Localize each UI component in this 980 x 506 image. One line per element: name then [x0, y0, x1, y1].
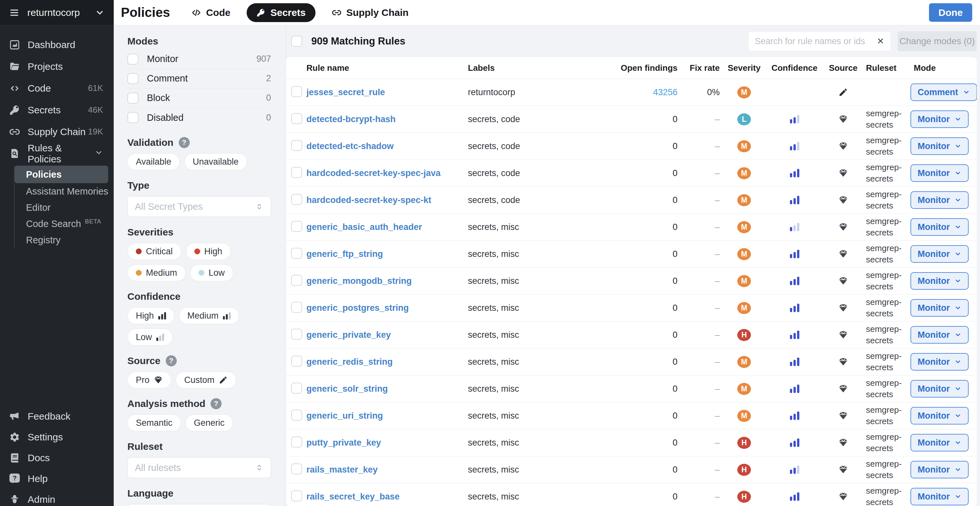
source-custom-pill[interactable]: Custom [176, 371, 236, 389]
monitor-checkbox[interactable] [127, 54, 138, 65]
close-icon[interactable]: ✕ [877, 37, 884, 46]
row-checkbox[interactable] [291, 302, 302, 313]
rule-name-link[interactable]: generic_redis_string [306, 357, 393, 367]
analysis-generic-pill[interactable]: Generic [186, 414, 233, 431]
rule-name-link[interactable]: putty_private_key [306, 438, 381, 447]
secret-type-select[interactable]: All Secret Types [127, 196, 271, 217]
mode-filter-disabled[interactable]: Disabled 0 [127, 108, 271, 127]
severity-critical-pill[interactable]: Critical [127, 243, 181, 260]
rule-search-input[interactable] [755, 36, 872, 46]
sidebar-item-policies[interactable]: Policies [14, 166, 108, 183]
change-modes-button[interactable]: Change modes (0) [897, 31, 977, 51]
mode-select[interactable]: Monitor [910, 326, 969, 344]
select-all-checkbox[interactable] [291, 36, 302, 47]
sidebar-item-dashboard[interactable]: Dashboard [0, 34, 114, 56]
org-switcher[interactable]: returntocorp [0, 0, 114, 25]
mode-select[interactable]: Monitor [910, 272, 969, 290]
ruleset-select[interactable]: All rulesets [127, 457, 271, 478]
rule-name-link[interactable]: jesses_secret_rule [306, 87, 385, 97]
rule-name-link[interactable]: generic_basic_auth_header [306, 222, 422, 232]
mode-select[interactable]: Monitor [910, 110, 969, 128]
row-checkbox[interactable] [291, 329, 302, 340]
row-checkbox[interactable] [291, 221, 302, 232]
rule-name-link[interactable]: generic_mongodb_string [306, 276, 412, 286]
rule-name-link[interactable]: rails_secret_key_base [306, 492, 400, 501]
sidebar-item-help[interactable]: ? Help [0, 468, 114, 489]
disabled-checkbox[interactable] [127, 112, 138, 123]
sidebar-item-supply-chain[interactable]: Supply Chain 19K [0, 121, 114, 143]
sidebar-item-secrets[interactable]: Secrets 46K [0, 99, 114, 121]
row-checkbox[interactable] [291, 436, 302, 447]
rule-name-link[interactable]: generic_postgres_string [306, 303, 409, 313]
rule-name-link[interactable]: generic_ftp_string [306, 249, 383, 259]
mode-select[interactable]: Monitor [910, 353, 969, 371]
analysis-semantic-pill[interactable]: Semantic [127, 414, 181, 431]
severity-medium-pill[interactable]: Medium [127, 264, 186, 281]
question-icon[interactable]: ? [210, 398, 222, 409]
mode-select[interactable]: Monitor [910, 407, 969, 425]
validation-available-pill[interactable]: Available [127, 153, 180, 170]
done-button[interactable]: Done [929, 3, 972, 22]
row-checkbox[interactable] [291, 382, 302, 393]
rule-name-link[interactable]: generic_private_key [306, 330, 391, 340]
confidence-high-pill[interactable]: High [127, 307, 175, 324]
language-select[interactable]: All languages [127, 504, 271, 506]
sidebar-item-projects[interactable]: Projects [0, 56, 114, 77]
row-checkbox[interactable] [291, 275, 302, 286]
sidebar-item-assistant-memories[interactable]: Assistant Memories [14, 183, 108, 200]
sidebar-item-feedback[interactable]: Feedback [0, 406, 114, 427]
rule-name-link[interactable]: hardcoded-secret-key-spec-kt [306, 195, 431, 205]
validation-unavailable-pill[interactable]: Unavailable [184, 153, 247, 170]
severity-high-pill[interactable]: High [186, 243, 231, 260]
mode-select[interactable]: Monitor [910, 461, 969, 478]
mode-select[interactable]: Monitor [910, 191, 969, 209]
row-checkbox[interactable] [291, 167, 302, 178]
mode-select[interactable]: Monitor [910, 380, 969, 398]
sidebar-item-code[interactable]: Code 61K [0, 77, 114, 99]
sidebar-item-registry[interactable]: Registry [14, 232, 108, 248]
tab-secrets[interactable]: Secrets [247, 3, 315, 22]
tab-code[interactable]: Code [191, 7, 231, 18]
row-checkbox[interactable] [291, 194, 302, 205]
confidence-low-pill[interactable]: Low [127, 329, 173, 346]
mode-filter-block[interactable]: Block 0 [127, 88, 271, 108]
row-checkbox[interactable] [291, 113, 302, 124]
source-pro-pill[interactable]: Pro [127, 371, 171, 389]
sidebar-item-code-search[interactable]: Code SearchBETA [14, 216, 108, 232]
mode-select[interactable]: Monitor [910, 245, 969, 263]
mode-select[interactable]: Monitor [910, 299, 969, 317]
rule-name-link[interactable]: detected-etc-shadow [306, 141, 394, 151]
row-checkbox[interactable] [291, 463, 302, 474]
tab-supply-chain[interactable]: Supply Chain [332, 7, 409, 18]
sidebar-item-editor[interactable]: Editor [14, 200, 108, 216]
comment-checkbox[interactable] [127, 73, 138, 84]
rule-name-link[interactable]: rails_master_key [306, 465, 377, 474]
mode-filter-comment[interactable]: Comment 2 [127, 69, 271, 88]
mode-select[interactable]: Monitor [910, 434, 969, 451]
rule-name-link[interactable]: hardcoded-secret-key-spec-java [306, 168, 441, 178]
row-checkbox[interactable] [291, 490, 302, 501]
question-icon[interactable]: ? [166, 355, 177, 366]
sidebar-item-docs[interactable]: Docs [0, 447, 114, 468]
row-checkbox[interactable] [291, 248, 302, 259]
row-checkbox[interactable] [291, 355, 302, 367]
row-checkbox[interactable] [291, 140, 302, 151]
question-icon[interactable]: ? [179, 137, 190, 148]
mode-select[interactable]: Monitor [910, 137, 969, 155]
mode-select[interactable]: Monitor [910, 164, 969, 182]
block-checkbox[interactable] [127, 92, 138, 104]
mode-select[interactable]: Monitor [910, 218, 969, 236]
mode-filter-monitor[interactable]: Monitor 907 [127, 49, 271, 69]
severity-low-pill[interactable]: Low [190, 264, 233, 281]
confidence-medium-pill[interactable]: Medium [179, 307, 239, 324]
rule-name-link[interactable]: generic_uri_string [306, 411, 383, 420]
menu-icon[interactable] [9, 8, 19, 18]
rule-name-link[interactable]: detected-bcrypt-hash [306, 114, 396, 124]
sidebar-item-admin[interactable]: Admin [0, 489, 114, 506]
row-checkbox[interactable] [291, 86, 302, 97]
row-checkbox[interactable] [291, 409, 302, 420]
mode-select[interactable]: Comment [910, 84, 977, 101]
sidebar-item-settings[interactable]: Settings [0, 427, 114, 447]
mode-select[interactable]: Monitor [910, 488, 969, 505]
rule-name-link[interactable]: generic_solr_string [306, 384, 388, 393]
